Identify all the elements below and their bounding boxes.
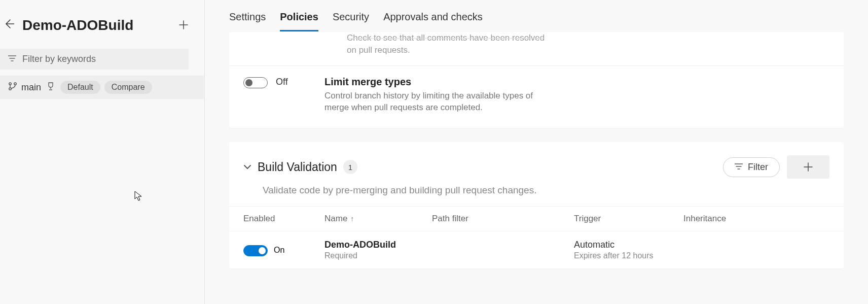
build-validation-header: Build Validation 1 Filter bbox=[229, 142, 844, 183]
add-branch-button[interactable] bbox=[175, 16, 192, 35]
svg-point-2 bbox=[14, 82, 16, 84]
tab-approvals[interactable]: Approvals and checks bbox=[383, 11, 483, 31]
row-enabled-state: On bbox=[274, 246, 284, 255]
chevron-down-icon[interactable] bbox=[243, 162, 251, 172]
tab-policies[interactable]: Policies bbox=[280, 11, 318, 31]
svg-point-1 bbox=[9, 87, 11, 89]
sidebar-header: Demo-ADOBuild bbox=[0, 0, 204, 45]
compare-badge: Compare bbox=[104, 81, 152, 94]
comment-resolution-desc: Check to see that all comments have been… bbox=[333, 32, 657, 65]
col-enabled[interactable]: Enabled bbox=[243, 214, 324, 224]
section-actions: Filter bbox=[723, 155, 829, 179]
policy-card: Check to see that all comments have been… bbox=[229, 32, 844, 128]
policy-limit-merge-types: Off Limit merge types Control branch his… bbox=[229, 65, 844, 128]
limit-merge-toggle[interactable] bbox=[243, 77, 268, 88]
limit-merge-state: Off bbox=[276, 77, 306, 87]
default-badge: Default bbox=[60, 81, 100, 94]
limit-merge-desc: Control branch history by limiting the a… bbox=[324, 90, 558, 114]
filter-icon bbox=[8, 55, 16, 64]
col-path[interactable]: Path filter bbox=[432, 214, 574, 224]
limit-merge-title: Limit merge types bbox=[324, 76, 558, 88]
branch-name: main bbox=[21, 82, 41, 93]
tabs: Settings Policies Security Approvals and… bbox=[205, 0, 868, 32]
branch-row-main[interactable]: main Default Compare bbox=[0, 76, 204, 99]
build-validation-desc: Validate code by pre-merging and buildin… bbox=[229, 183, 844, 206]
add-build-validation-button[interactable] bbox=[787, 155, 829, 179]
col-inheritance[interactable]: Inheritance bbox=[683, 214, 829, 224]
sidebar-title: Demo-ADOBuild bbox=[22, 17, 133, 33]
filter-input[interactable] bbox=[22, 54, 180, 64]
cell-enabled: On bbox=[243, 244, 324, 256]
svg-point-0 bbox=[9, 82, 11, 84]
main-content: Settings Policies Security Approvals and… bbox=[205, 0, 868, 304]
sort-ascending-icon: ↑ bbox=[350, 215, 354, 223]
content-scroll[interactable]: Check to see that all comments have been… bbox=[205, 32, 868, 293]
filter-button[interactable]: Filter bbox=[723, 157, 780, 177]
trophy-icon bbox=[47, 82, 54, 92]
limit-merge-text: Limit merge types Control branch history… bbox=[324, 76, 558, 114]
row-expiry: Expires after 12 hours bbox=[574, 251, 683, 260]
row-trigger: Automatic bbox=[574, 240, 683, 250]
tab-security[interactable]: Security bbox=[333, 11, 369, 31]
row-requirement: Required bbox=[324, 251, 432, 260]
build-validation-title: Build Validation bbox=[258, 160, 337, 174]
table-header: Enabled Name ↑ Path filter Trigger Inher… bbox=[229, 206, 844, 231]
table-row[interactable]: On Demo-ADOBuild Required Automatic Expi… bbox=[229, 231, 844, 268]
row-name: Demo-ADOBuild bbox=[324, 240, 432, 250]
row-enabled-toggle[interactable] bbox=[243, 245, 268, 256]
cell-trigger: Automatic Expires after 12 hours bbox=[574, 240, 683, 260]
build-validation-count: 1 bbox=[343, 160, 357, 174]
sidebar: Demo-ADOBuild main Default Compare bbox=[0, 0, 205, 304]
tab-settings[interactable]: Settings bbox=[229, 11, 266, 31]
filter-icon bbox=[735, 162, 743, 173]
col-trigger[interactable]: Trigger bbox=[574, 214, 683, 224]
filter-button-label: Filter bbox=[748, 162, 768, 173]
branch-icon bbox=[8, 82, 17, 93]
filter-keywords-box[interactable] bbox=[0, 49, 189, 70]
build-validation-card: Build Validation 1 Filter Validate code … bbox=[229, 142, 844, 268]
back-arrow-icon[interactable] bbox=[4, 19, 14, 32]
cell-name: Demo-ADOBuild Required bbox=[324, 240, 432, 260]
col-name[interactable]: Name ↑ bbox=[324, 214, 432, 224]
sidebar-title-group: Demo-ADOBuild bbox=[4, 17, 133, 33]
